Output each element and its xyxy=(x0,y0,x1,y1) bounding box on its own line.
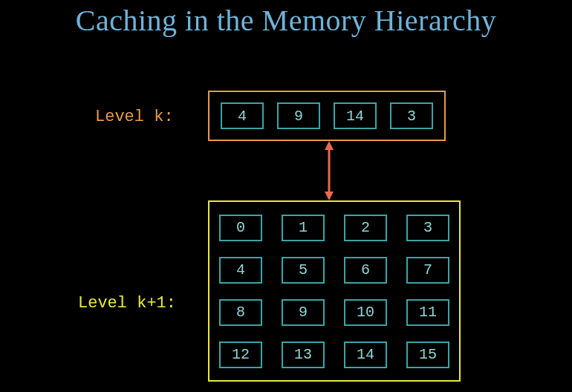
level-k-container: 4 9 14 3 xyxy=(208,91,446,141)
level-k1-container: 0 1 2 3 4 5 6 7 8 9 10 11 12 13 14 15 xyxy=(208,200,461,382)
cache-cell: 14 xyxy=(334,102,377,129)
memory-cell: 10 xyxy=(344,299,387,326)
cache-cell: 9 xyxy=(277,102,320,129)
slide: Caching in the Memory Hierarchy Level k:… xyxy=(0,0,572,392)
memory-cell: 9 xyxy=(282,299,325,326)
cache-cell: 4 xyxy=(221,102,264,129)
memory-cell: 5 xyxy=(282,257,325,284)
cache-cell: 3 xyxy=(390,102,433,129)
page-title: Caching in the Memory Hierarchy xyxy=(0,3,572,38)
memory-cell: 14 xyxy=(344,342,387,368)
memory-cell: 15 xyxy=(406,342,449,368)
level-k-label: Level k: xyxy=(95,108,174,126)
memory-cell: 3 xyxy=(406,215,449,241)
memory-cell: 0 xyxy=(219,215,262,241)
memory-cell: 13 xyxy=(282,342,325,368)
memory-cell: 8 xyxy=(219,299,262,326)
memory-cell: 12 xyxy=(219,342,262,368)
memory-cell: 7 xyxy=(406,257,449,284)
memory-cell: 1 xyxy=(282,215,325,241)
memory-row: 12 13 14 15 xyxy=(209,342,459,368)
memory-cell: 4 xyxy=(219,257,262,284)
memory-row: 4 5 6 7 xyxy=(209,257,459,284)
memory-row: 8 9 10 11 xyxy=(209,299,459,326)
bidirectional-arrow-icon xyxy=(323,141,335,200)
memory-cell: 11 xyxy=(406,299,449,326)
svg-marker-1 xyxy=(325,141,334,150)
memory-row: 0 1 2 3 xyxy=(209,215,459,241)
memory-cell: 6 xyxy=(344,257,387,284)
memory-cell: 2 xyxy=(344,215,387,241)
svg-marker-2 xyxy=(325,192,334,200)
level-k1-label: Level k+1: xyxy=(78,294,176,313)
